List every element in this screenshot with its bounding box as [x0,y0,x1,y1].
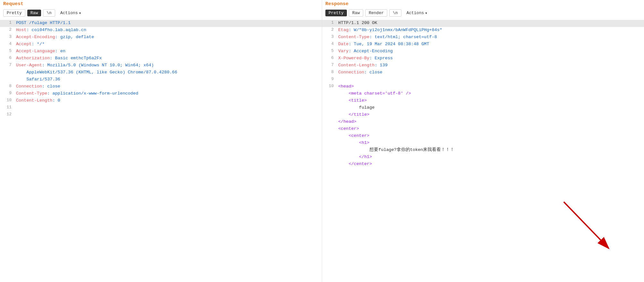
line-number: 12 [3,112,12,117]
line-content: User-Agent: Mozilla/5.0 (Windows NT 10.0… [16,62,319,69]
request-raw-btn[interactable]: Raw [27,10,41,16]
code-line: 6Authorization: Basic emthcTp6a2Fx [0,55,322,62]
response-pretty-btn[interactable]: Pretty [325,10,347,16]
line-number: 3 [325,34,334,39]
code-line: 5Vary: Accept-Encoding [322,48,644,55]
line-content: POST /fulage HTTP/1.1 [16,20,319,27]
line-content: <center> [338,133,641,139]
request-newline-btn[interactable]: \n [43,9,55,17]
code-line: 7Content-Length: 139 [322,62,644,69]
code-line: 9 [322,76,644,83]
code-line: </h1> [322,154,644,161]
line-content: Connection: close [338,69,641,76]
line-number: 6 [3,55,12,60]
code-line: 2Etag: W/"8b-yi2oj1nmx/bAnWFdPQLiPHg+84s… [322,27,644,34]
line-content: <center> [338,126,641,132]
line-number: 1 [3,20,12,25]
request-code-area: 1POST /fulage HTTP/1.12Host: coi04fho.la… [0,19,322,282]
line-content: <title> [338,97,641,104]
line-number [325,126,334,126]
line-content: <meta charset='utf-8' /> [338,90,641,97]
response-toolbar: Pretty Raw Render \n Actions ▾ [322,7,644,19]
line-number: 6 [325,55,334,60]
line-content: </head> [338,119,641,125]
line-content: </h1> [338,154,641,161]
response-raw-btn[interactable]: Raw [349,9,363,17]
request-pretty-btn[interactable]: Pretty [3,9,25,17]
line-content: AppleWebKit/537.36 (KHTML, like Gecko) C… [16,69,319,76]
line-content: Etag: W/"8b-yi2oj1nmx/bAnWFdPQLiPHg+84s" [338,27,641,34]
line-number: 2 [3,27,12,32]
code-line: 9Content-Type: application/x-www-form-ur… [0,90,322,97]
request-actions-btn[interactable]: Actions ▾ [57,10,84,17]
line-content: </center> [338,161,641,168]
line-content: 想要fulage?拿你的token来我看看！！！ [338,147,641,153]
line-content: fulage [338,104,641,111]
code-line: <center> [322,126,644,133]
response-actions-btn[interactable]: Actions ▾ [403,10,431,17]
code-line: </center> [322,161,644,168]
response-panel: Response Pretty Raw Render \n Actions ▾ … [322,0,644,282]
line-content: <h1> [338,140,641,146]
code-line: 想要fulage?拿你的token来我看看！！！ [322,147,644,154]
code-line: fulage [322,104,644,112]
line-number: 4 [3,41,12,46]
line-number: 10 [325,83,334,88]
chevron-down-icon: ▾ [425,11,427,16]
line-number: 5 [3,48,12,53]
line-number: 8 [3,83,12,88]
code-line: 1POST /fulage HTTP/1.1 [0,20,322,27]
code-line: AppleWebKit/537.36 (KHTML, like Gecko) C… [0,69,322,76]
code-line: 4Date: Tue, 19 Mar 2024 08:38:48 GMT [322,41,644,48]
line-content: Date: Tue, 19 Mar 2024 08:38:48 GMT [338,41,641,48]
line-number: 11 [3,104,12,110]
code-line: 2Host: coi04fho.lab.aqlab.cn [0,27,322,34]
line-content: Content-Type: text/html; charset=utf-8 [338,34,641,41]
line-number: 10 [3,97,12,103]
code-line: 1HTTP/1.1 200 OK [322,20,644,27]
line-number [3,76,12,77]
line-number [325,140,334,140]
line-number: 7 [3,62,12,67]
line-number: 3 [3,34,12,39]
response-code-area: 1HTTP/1.1 200 OK2Etag: W/"8b-yi2oj1nmx/b… [322,19,644,282]
code-line: </title> [322,112,644,119]
line-number [325,133,334,133]
code-line: Safari/537.36 [0,76,322,83]
chevron-down-icon: ▾ [79,11,81,16]
line-number: 4 [325,41,334,46]
line-number: 8 [325,69,334,74]
response-newline-btn[interactable]: \n [389,9,401,17]
line-content: Host: coi04fho.lab.aqlab.cn [16,27,319,34]
line-number: 7 [325,62,334,67]
request-panel: Request Pretty Raw \n Actions ▾ 1POST /f… [0,0,322,282]
line-content: Vary: Accept-Encoding [338,48,641,55]
line-content: X-Powered-By: Express [338,55,641,62]
line-content: HTTP/1.1 200 OK [338,20,641,27]
line-number [325,147,334,147]
line-number: 9 [3,90,12,95]
code-line: <title> [322,97,644,104]
code-line: 10Content-Length: 0 [0,97,322,104]
code-line: 11 [0,104,322,112]
response-render-btn[interactable]: Render [365,9,387,17]
code-line: 8Connection: close [0,83,322,90]
line-content: Accept: */* [16,41,319,48]
line-content: Content-Length: 0 [16,97,319,104]
response-title: Response [322,0,644,7]
code-line: 7User-Agent: Mozilla/5.0 (Windows NT 10.… [0,62,322,69]
line-number [325,161,334,161]
line-number: 2 [325,27,334,32]
line-number [325,90,334,91]
line-number [3,69,12,70]
code-line: 10<head> [322,83,644,90]
line-number: 5 [325,48,334,53]
code-line: 6X-Powered-By: Express [322,55,644,62]
code-line: 4Accept: */* [0,41,322,48]
code-line: <meta charset='utf-8' /> [322,90,644,97]
line-content: Connection: close [16,83,319,90]
code-line: <center> [322,133,644,140]
request-title: Request [0,0,322,7]
line-number [325,97,334,98]
line-number: 1 [325,20,334,25]
